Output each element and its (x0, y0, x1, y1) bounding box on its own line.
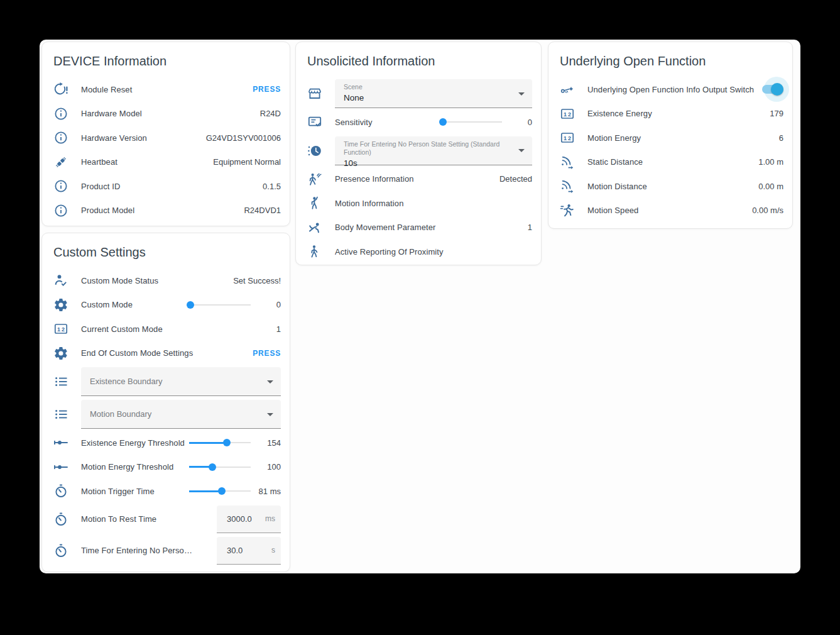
sensitivity-slider[interactable] (440, 118, 502, 126)
product-id-value: 0.1.5 (263, 182, 281, 191)
info-icon (53, 179, 68, 194)
custom-settings-card: Custom Settings Custom Mode Status Set S… (41, 233, 290, 572)
time-no-person-unit: s (271, 546, 275, 555)
radar-distance-icon (560, 155, 575, 170)
reset-icon (53, 82, 68, 97)
time-no-person-standard-value: 10s (344, 158, 513, 168)
motion-boundary-select[interactable]: Motion Boundary (81, 400, 281, 429)
device-information-title: DEVICE Information (42, 52, 290, 70)
module-reset-label: Module Reset (81, 85, 253, 94)
hardware-model-label: Hardware Model (81, 109, 260, 118)
clock-history-icon (307, 143, 322, 158)
custom-mode-slider[interactable] (189, 301, 251, 309)
scene-select-value: None (344, 93, 513, 102)
underlying-open-function-title: Underlying Open Function (548, 52, 792, 70)
static-distance-label: Static Distance (587, 157, 758, 167)
sensitivity-value: 0 (507, 118, 532, 127)
scene-select-label: Scene (344, 83, 513, 91)
heartbeat-label: Heartbeat (81, 157, 213, 167)
time-no-person-value: 30.0 (227, 546, 243, 555)
info-icon (53, 130, 68, 145)
timer-icon (53, 512, 68, 527)
device-information-card: DEVICE Information Module Reset PRESS Ha… (41, 41, 290, 226)
custom-mode-value: 0 (256, 300, 281, 309)
product-id-label: Product ID (81, 182, 263, 191)
hardware-version-row: Hardware Version G24VD1SYV001006 (42, 126, 290, 150)
time-no-person-label: Time For Entering No Perso… (81, 546, 217, 555)
gear-icon (53, 346, 68, 361)
time-no-person-row: Time For Entering No Perso… 30.0 s (42, 535, 290, 566)
module-reset-press-button[interactable]: PRESS (253, 85, 281, 94)
existence-energy-threshold-slider[interactable] (189, 438, 251, 447)
product-id-row: Product ID 0.1.5 (42, 174, 290, 199)
product-model-label: Product Model (81, 206, 244, 215)
output-switch-toggle[interactable] (761, 83, 783, 96)
existence-energy-threshold-label: Existence Energy Threshold (81, 438, 189, 448)
output-switch-label: Underlying Open Function Info Output Swi… (587, 85, 761, 94)
time-no-person-standard-select[interactable]: Time For Entering No Person State Settin… (335, 136, 532, 165)
motion-to-rest-time-row: Motion To Rest Time 3000.0 ms (42, 504, 290, 535)
custom-mode-status-label: Custom Mode Status (81, 276, 233, 285)
time-no-person-standard-row: Time For Entering No Person State Settin… (296, 135, 541, 167)
output-switch-row: Underlying Open Function Info Output Swi… (548, 77, 792, 102)
scene-row: Scene None (296, 77, 541, 110)
motion-energy-threshold-row: Motion Energy Threshold 100 (42, 455, 290, 480)
end-custom-mode-press-button[interactable]: PRESS (253, 349, 281, 358)
custom-mode-row: Custom Mode 0 (42, 293, 290, 318)
fact-check-icon (307, 114, 322, 130)
current-custom-mode-row: Current Custom Mode 1 (42, 317, 290, 341)
custom-settings-title: Custom Settings (42, 243, 290, 261)
body-movement-row: Body Movement Parameter 1 (296, 216, 541, 240)
motion-energy-value: 6 (779, 133, 783, 143)
gear-icon (53, 297, 68, 312)
motion-speed-label: Motion Speed (587, 206, 752, 215)
app-content-area: DEVICE Information Module Reset PRESS Ha… (40, 40, 800, 573)
radar-distance-icon (560, 179, 575, 194)
chevron-down-icon (267, 413, 273, 416)
heartbeat-value: Equipment Normal (213, 157, 281, 167)
numeric-icon (560, 130, 575, 145)
static-distance-row: Static Distance 1.00 m (548, 150, 792, 175)
motion-energy-threshold-value: 100 (256, 462, 281, 472)
existence-energy-value: 179 (770, 109, 783, 118)
product-model-row: Product Model R24DVD1 (42, 199, 290, 223)
presence-information-value: Detected (499, 174, 532, 184)
motion-trigger-time-slider[interactable] (189, 487, 251, 495)
scene-select[interactable]: Scene None (335, 79, 532, 108)
motion-information-label: Motion Information (335, 199, 532, 208)
motion-energy-threshold-slider[interactable] (189, 463, 251, 472)
motion-to-rest-time-label: Motion To Rest Time (81, 514, 217, 524)
motion-energy-label: Motion Energy (587, 133, 779, 143)
storefront-icon (307, 86, 322, 101)
plug-icon (53, 155, 68, 170)
custom-mode-status-row: Custom Mode Status Set Success! (42, 268, 290, 293)
body-movement-icon (307, 220, 322, 235)
existence-energy-threshold-row: Existence Energy Threshold 154 (42, 431, 290, 455)
current-custom-mode-value: 1 (276, 324, 281, 334)
list-icon (53, 407, 68, 422)
chevron-down-icon (518, 92, 525, 96)
static-distance-value: 1.00 m (758, 157, 783, 167)
hardware-model-row: Hardware Model R24D (42, 102, 290, 126)
time-no-person-input[interactable]: 30.0 s (217, 537, 281, 565)
motion-to-rest-time-input[interactable]: 3000.0 ms (217, 505, 281, 533)
active-reporting-label: Active Reporting Of Proximity (335, 247, 532, 257)
chevron-down-icon (267, 380, 273, 384)
list-icon (53, 374, 68, 389)
numeric-icon (560, 106, 575, 121)
motion-distance-value: 0.00 m (758, 182, 783, 191)
custom-mode-status-value: Set Success! (233, 276, 281, 285)
product-model-value: R24DVD1 (244, 206, 281, 215)
hardware-model-value: R24D (260, 109, 281, 118)
existence-boundary-select[interactable]: Existence Boundary (81, 367, 281, 396)
presence-sensor-icon (307, 172, 322, 187)
motion-speed-value: 0.00 m/s (752, 206, 783, 215)
custom-mode-label: Custom Mode (81, 300, 189, 309)
existence-boundary-label: Existence Boundary (90, 377, 163, 385)
sensitivity-row: Sensitivity 0 (296, 110, 541, 135)
motion-boundary-label: Motion Boundary (90, 410, 151, 418)
motion-information-row: Motion Information (296, 191, 541, 216)
motion-boundary-row: Motion Boundary (42, 398, 290, 431)
motion-to-rest-time-unit: ms (265, 514, 275, 523)
sensitivity-label: Sensitivity (335, 118, 440, 127)
